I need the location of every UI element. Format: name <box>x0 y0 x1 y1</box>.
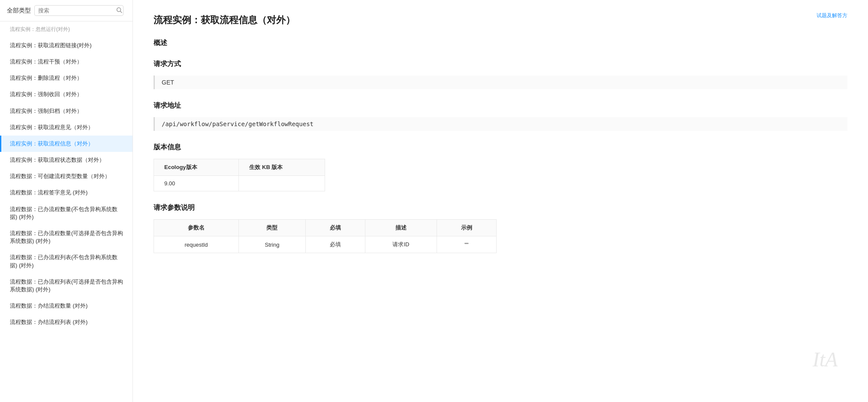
url-block: /api/workflow/paService/getWorkflowReque… <box>154 117 847 131</box>
sidebar-item[interactable]: 流程实例：强制收回（对外） <box>0 86 133 103</box>
sidebar-item[interactable]: 流程实例：获取流程信息（对外） <box>0 136 133 152</box>
params-table-header: 必填 <box>305 220 365 236</box>
sidebar-item[interactable]: 流程数据：已办流程列表(不包含异构系统数据) (对外) <box>0 249 133 273</box>
section-version-title: 版本信息 <box>154 143 847 152</box>
sidebar-item[interactable]: 流程实例：删除流程（对外） <box>0 70 133 86</box>
params-table-header: 参数名 <box>154 220 239 236</box>
watermark: ItA <box>799 333 851 385</box>
page-title: 流程实例：获取流程信息（对外） <box>154 14 847 27</box>
params-table-header: 描述 <box>365 220 437 236</box>
params-table-cell: "" <box>437 236 496 253</box>
params-table-header: 类型 <box>239 220 306 236</box>
sidebar-list: 流程实例：忽然运行(对外)流程实例：获取流程图链接(对外)流程实例：流程干预（对… <box>0 21 133 402</box>
sidebar-item[interactable]: 流程数据：已办流程数量(不包含异构系统数据) (对外) <box>0 201 133 225</box>
url-value: /api/workflow/paService/getWorkflowReque… <box>162 121 313 127</box>
sidebar-item[interactable]: 流程实例：获取流程意见（对外） <box>0 119 133 136</box>
search-icon-button[interactable] <box>116 7 122 14</box>
version-table-cell: 9.00 <box>154 176 239 191</box>
version-table-header: Ecology版本 <box>154 159 239 176</box>
search-input[interactable] <box>34 5 124 16</box>
section-method-title: 请求方式 <box>154 60 847 69</box>
params-table-cell: String <box>239 236 306 253</box>
params-table-cell: 必填 <box>305 236 365 253</box>
sidebar-title: 全部类型 <box>7 7 31 15</box>
sidebar-item[interactable]: 流程数据：流程签字意见 (对外) <box>0 184 133 201</box>
sidebar-item[interactable]: 流程实例：忽然运行(对外) <box>0 21 133 37</box>
section-params-title: 请求参数说明 <box>154 203 847 212</box>
sidebar-item[interactable]: 流程数据：已办流程列表(可选择是否包含异构系统数据) (对外) <box>0 274 133 298</box>
watermark-text: ItA <box>813 348 838 371</box>
section-url-title: 请求地址 <box>154 101 847 110</box>
params-table-header: 示例 <box>437 220 496 236</box>
sidebar-item[interactable]: 流程实例：流程干预（对外） <box>0 54 133 70</box>
sidebar-item[interactable]: 流程实例：获取流程图链接(对外) <box>0 37 133 54</box>
method-value: GET <box>162 79 174 86</box>
search-wrapper <box>34 5 126 16</box>
svg-line-1 <box>121 11 122 13</box>
sidebar-item[interactable]: 流程数据：已办流程数量(可选择是否包含异构系统数据) (对外) <box>0 225 133 249</box>
main-content: 试题及解答方 流程实例：获取流程信息（对外） 概述 请求方式 GET 请求地址 … <box>133 0 868 402</box>
params-table-cell: requestId <box>154 236 239 253</box>
version-table-header: 生效 KB 版本 <box>239 159 325 176</box>
sidebar-header: 全部类型 <box>0 0 133 21</box>
sidebar-item[interactable]: 流程数据：可创建流程类型数量（对外） <box>0 168 133 184</box>
sidebar-item[interactable]: 流程实例：强制归档（对外） <box>0 103 133 119</box>
params-table-cell: 请求ID <box>365 236 437 253</box>
sidebar-item[interactable]: 流程数据：办结流程数量 (对外) <box>0 298 133 314</box>
section-overview-title: 概述 <box>154 39 847 48</box>
sidebar-item[interactable]: 流程实例：获取流程状态数据（对外） <box>0 152 133 168</box>
method-block: GET <box>154 76 847 89</box>
version-table-cell <box>239 176 325 191</box>
sidebar-item[interactable]: 流程数据：办结流程列表 (对外) <box>0 314 133 330</box>
sidebar: 全部类型 流程实例：忽然运行(对外)流程实例：获取流程图链接(对外)流程实例：流… <box>0 0 133 402</box>
version-table: Ecology版本生效 KB 版本 9.00 <box>154 159 325 191</box>
corner-hint[interactable]: 试题及解答方 <box>817 12 847 19</box>
params-table: 参数名类型必填描述示例 requestIdString必填请求ID"" <box>154 219 497 253</box>
